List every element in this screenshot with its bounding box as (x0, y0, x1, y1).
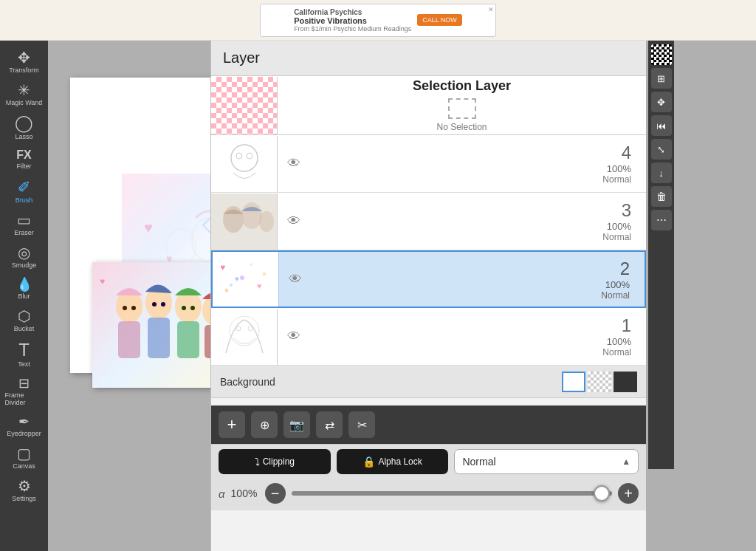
magic-wand-label: Magic Wand (6, 99, 43, 106)
layer-row-3[interactable]: 👁 3 100% Normal (211, 193, 646, 250)
svg-point-36 (263, 273, 267, 276)
alpha-decrease-button[interactable]: − (265, 483, 286, 504)
layers-icon-btn[interactable]: ⊞ (651, 68, 672, 89)
alpha-symbol: α (219, 487, 225, 500)
layer-1-thumb (211, 309, 278, 365)
add-group-button[interactable]: ⊕ (251, 411, 278, 438)
layer-2-num: 2 (620, 259, 630, 279)
transform-icon: ✥ (18, 50, 30, 65)
selection-layer-row[interactable]: Selection Layer No Selection (211, 76, 646, 135)
ad-cta-button[interactable]: CALL NOW (417, 14, 462, 26)
layer-toolbar: + ⊕ 📷 ⇄ ✂ (211, 405, 646, 444)
layer-2-blend: Normal (601, 290, 630, 301)
text-label: Text (18, 360, 30, 368)
tool-frame-divider[interactable]: ⊟ Frame Divider (3, 373, 46, 410)
layer-1-eye[interactable]: 👁 (278, 329, 310, 344)
tool-eyedropper[interactable]: ✒ Eyedropper (3, 411, 46, 441)
lasso-label: Lasso (15, 133, 32, 140)
layer-row-4[interactable]: 👁 4 100% Normal (211, 135, 646, 193)
text-icon: T (18, 341, 30, 359)
svg-point-17 (152, 302, 157, 307)
ad-content[interactable]: California Psychics Positive Vibrations … (260, 4, 496, 37)
layer-4-info: 4 100% Normal (310, 143, 646, 185)
layer-3-blend: Normal (602, 232, 631, 242)
svg-point-35 (230, 284, 233, 287)
layer-4-eye[interactable]: 👁 (278, 156, 310, 171)
tool-settings[interactable]: ⚙ Settings (3, 475, 46, 506)
trash-icon-btn[interactable]: 🗑 (651, 186, 672, 207)
tool-bucket[interactable]: ⬡ Bucket (3, 305, 46, 336)
selection-dashed-box (448, 98, 476, 119)
svg-point-6 (166, 229, 196, 266)
layer-panel-header: Layer (211, 41, 646, 76)
tool-canvas[interactable]: ▢ Canvas (3, 442, 46, 473)
tool-magic-wand[interactable]: ✳ Magic Wand (3, 79, 46, 110)
camera-button[interactable]: 📷 (284, 411, 310, 438)
blur-label: Blur (18, 292, 30, 300)
tool-transform[interactable]: ✥ Transform (3, 47, 46, 78)
background-label: Background (220, 376, 562, 388)
flip-button[interactable]: ⇄ (316, 411, 343, 438)
add-layer-button[interactable]: + (219, 411, 245, 438)
no-selection-label: No Selection (436, 122, 487, 132)
eraser-icon: ▭ (17, 213, 31, 227)
tool-smudge[interactable]: ◎ Smudge (3, 242, 46, 273)
blend-mode-value: Normal (462, 456, 495, 468)
layer-2-eye[interactable]: 👁 (279, 272, 312, 287)
canvas-area[interactable]: ♥ ♥ ♥ (48, 41, 756, 551)
svg-point-28 (259, 211, 274, 232)
svg-point-16 (131, 306, 136, 310)
smudge-icon: ◎ (18, 245, 30, 260)
tool-filter[interactable]: FX Filter (3, 146, 46, 174)
layer-4-thumb (211, 136, 278, 192)
alpha-increase-button[interactable]: + (618, 483, 639, 504)
blend-mode-selector[interactable]: Normal ▲ (454, 449, 639, 474)
lock-icon: 🔒 (362, 456, 375, 468)
checkerboard-button[interactable] (651, 44, 672, 65)
tool-lasso[interactable]: ◯ Lasso (3, 112, 46, 144)
layer-row-1[interactable]: 👁 1 100% Normal (211, 308, 646, 366)
alpha-lock-label: Alpha Lock (378, 456, 422, 467)
svg-text:♥: ♥ (100, 276, 105, 287)
brush-label: Brush (16, 196, 33, 204)
layer-1-num: 1 (622, 315, 631, 336)
move-icon-btn[interactable]: ✥ (651, 92, 672, 112)
settings-icon: ⚙ (18, 479, 31, 493)
clipping-icon: ⤵ (255, 456, 260, 468)
download-icon-btn[interactable]: ↓ (651, 162, 672, 183)
crop-button[interactable]: ✂ (348, 411, 375, 438)
svg-point-39 (248, 326, 252, 331)
layer-row-2[interactable]: ♥ ♥ ♥ ★ ♥ 👁 2 (211, 250, 646, 308)
alpha-lock-button[interactable]: 🔒 Alpha Lock (337, 449, 449, 474)
frame-divider-label: Frame Divider (5, 391, 44, 406)
clipping-label: Clipping (263, 456, 295, 467)
tool-blur[interactable]: 💧 Blur (3, 274, 46, 304)
tool-brush[interactable]: ✏ Brush (3, 175, 46, 208)
layer-2-opacity: 100% (605, 279, 630, 290)
svg-point-15 (123, 306, 127, 310)
rewind-icon-btn[interactable]: ⏮ (651, 115, 672, 136)
shrink-icon-btn[interactable]: ⤡ (651, 139, 672, 160)
svg-text:★: ★ (224, 287, 230, 294)
alpha-value: 100% (231, 487, 259, 499)
bg-transparent-swatch[interactable] (588, 372, 611, 392)
svg-text:♥: ♥ (235, 275, 239, 283)
layer-1-info: 1 100% Normal (310, 315, 646, 357)
tool-text[interactable]: T Text (3, 338, 46, 372)
layer-4-blend: Normal (602, 174, 631, 185)
brush-icon: ✏ (13, 177, 34, 197)
svg-text:♥: ♥ (144, 219, 153, 236)
bg-black-swatch[interactable] (614, 372, 637, 392)
alpha-slider[interactable] (292, 491, 612, 496)
bg-white-swatch[interactable] (562, 372, 585, 392)
alpha-slider-thumb[interactable] (594, 485, 610, 502)
layer-3-eye[interactable]: 👁 (278, 213, 310, 229)
right-micro-toolbar: ⊞ ✥ ⏮ ⤡ ↓ 🗑 ⋯ (648, 41, 674, 469)
canvas-label: Canvas (13, 462, 35, 470)
layer-3-thumb (211, 194, 278, 250)
clipping-button[interactable]: ⤵ Clipping (219, 449, 331, 474)
more-icon-btn[interactable]: ⋯ (651, 210, 672, 230)
eraser-label: Eraser (14, 229, 34, 236)
svg-point-25 (247, 153, 252, 159)
tool-eraser[interactable]: ▭ Eraser (3, 209, 46, 240)
